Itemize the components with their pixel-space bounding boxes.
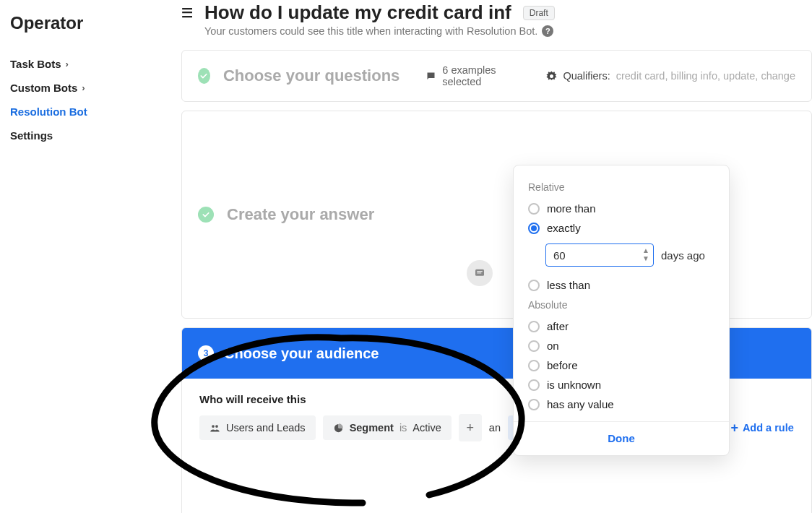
chat-bubble-icon (426, 71, 436, 82)
step-title: Create your answer (227, 205, 374, 224)
sidebar-item-task-bots[interactable]: Task Bots › (10, 52, 152, 76)
popover-section-relative: Relative (528, 181, 714, 193)
menu-icon[interactable]: ☰ (181, 7, 193, 20)
step-questions-card[interactable]: Choose your questions 6 examples selecte… (181, 50, 812, 102)
svg-rect-1 (477, 271, 483, 272)
rule-value: Active (413, 422, 441, 434)
done-button[interactable]: Done (608, 432, 635, 444)
rule-chip-segment[interactable]: Segment is Active (323, 415, 452, 440)
pie-chart-icon (333, 423, 344, 434)
radio-has-any-value[interactable]: has any value (528, 395, 714, 414)
radio-icon (528, 280, 540, 291)
sidebar-item-resolution-bot[interactable]: Resolution Bot (10, 100, 152, 124)
chevron-right-icon: › (66, 59, 69, 69)
radio-is-unknown[interactable]: is unknown (528, 375, 714, 395)
radio-icon (528, 203, 540, 215)
page-subtitle: Your customers could see this title when… (163, 24, 812, 50)
radio-less-than[interactable]: less than (528, 275, 714, 295)
preview-icon (467, 260, 493, 286)
examples-count: 6 examples selected (426, 64, 511, 87)
sidebar-item-settings[interactable]: Settings (10, 124, 152, 147)
radio-icon (528, 321, 540, 332)
add-condition-button[interactable]: + (459, 414, 482, 441)
radio-more-than[interactable]: more than (528, 199, 714, 218)
help-icon[interactable]: ? (542, 25, 553, 37)
add-rule-button[interactable]: + Add a rule (730, 421, 793, 436)
svg-point-3 (212, 425, 215, 428)
and-connector: an (489, 422, 501, 434)
radio-icon (528, 379, 540, 391)
popover-footer: Done (514, 421, 729, 455)
sidebar-item-custom-bots[interactable]: Custom Bots › (10, 76, 152, 100)
gear-icon (546, 71, 557, 82)
sidebar-item-label: Task Bots (10, 58, 61, 70)
stepper-icon[interactable]: ▲▼ (642, 246, 649, 262)
check-icon (198, 68, 210, 84)
popover-section-absolute: Absolute (528, 299, 714, 311)
step-number-badge: 3 (198, 345, 214, 361)
plus-icon: + (730, 421, 738, 436)
number-input-row: ▲▼ days ago (545, 243, 714, 267)
people-icon (210, 423, 220, 434)
days-input[interactable] (545, 243, 654, 267)
radio-after[interactable]: after (528, 316, 714, 336)
radio-exactly[interactable]: exactly (528, 218, 714, 238)
chevron-right-icon: › (82, 82, 85, 93)
rule-chip-users-leads[interactable]: Users and Leads (199, 415, 316, 440)
rule-field: Segment (350, 422, 394, 434)
rule-op: is (399, 422, 407, 434)
radio-before[interactable]: before (528, 355, 714, 375)
days-suffix: days ago (661, 249, 705, 262)
add-rule-label: Add a rule (743, 422, 794, 434)
date-condition-popover: Relative more than exactly ▲▼ days ago l… (513, 165, 730, 456)
radio-icon (528, 340, 540, 352)
radio-icon (528, 223, 540, 234)
sidebar-item-label: Resolution Bot (10, 105, 87, 118)
rule-text: Users and Leads (226, 422, 306, 434)
subtitle-text: Your customers could see this title when… (204, 25, 537, 37)
radio-icon (528, 360, 540, 371)
step-title: Choose your questions (223, 66, 399, 85)
svg-rect-2 (477, 272, 481, 273)
page-header: ☰ How do I update my credit card inf Dra… (163, 0, 812, 24)
svg-point-4 (215, 425, 218, 428)
qualifiers: Qualifiers: credit card, billing info, u… (546, 70, 795, 82)
check-icon (198, 207, 214, 223)
radio-icon (528, 399, 540, 410)
step-title: Choose your audience (224, 345, 379, 362)
sidebar: Operator Task Bots › Custom Bots › Resol… (0, 0, 163, 513)
draft-badge: Draft (523, 6, 555, 20)
sidebar-item-label: Custom Bots (10, 82, 77, 94)
page-title: How do I update my credit card inf (204, 1, 511, 24)
sidebar-item-label: Settings (10, 129, 53, 142)
radio-on[interactable]: on (528, 336, 714, 355)
brand-title: Operator (10, 13, 152, 33)
